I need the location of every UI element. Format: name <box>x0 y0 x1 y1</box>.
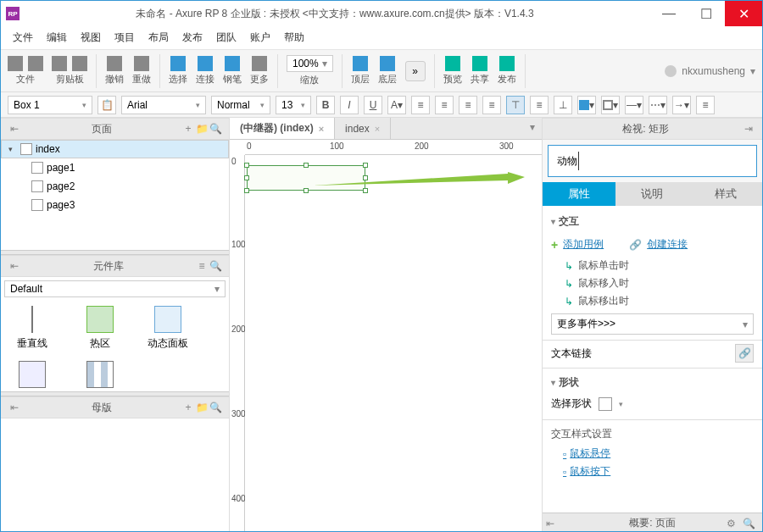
user-menu[interactable]: nkxumusheng ▾ <box>665 65 755 77</box>
create-link-link[interactable]: 🔗创建连接 <box>629 236 688 253</box>
textlink-button[interactable]: 🔗 <box>735 344 754 363</box>
canvas[interactable] <box>245 155 542 532</box>
lib-repeater[interactable]: 中继器 <box>79 361 121 391</box>
valign-bot-button[interactable]: ⊥ <box>554 96 572 114</box>
tree-child[interactable]: page2 <box>1 177 229 196</box>
tool-select[interactable]: 选择 <box>169 56 187 86</box>
tool-bottom[interactable]: 底层 <box>378 56 397 86</box>
menu-account[interactable]: 账户 <box>245 29 276 47</box>
tool-more[interactable]: 更多 <box>250 56 269 86</box>
toolgroup-clipboard[interactable]: 剪贴板 <box>52 56 87 86</box>
tool-undo[interactable]: 撤销 <box>105 56 124 86</box>
add-page-icon[interactable]: + <box>181 122 195 136</box>
menu-help[interactable]: 帮助 <box>279 29 309 47</box>
menu-icon[interactable]: ≡ <box>195 259 209 273</box>
add-master-icon[interactable]: + <box>181 401 195 414</box>
page-icon: ▫ <box>563 466 566 478</box>
text-color-button[interactable]: A▾ <box>387 96 406 114</box>
tab-index[interactable]: index× <box>335 118 391 139</box>
bullets-button[interactable]: ≡ <box>411 96 430 114</box>
tree-root[interactable]: ▾index <box>1 140 229 158</box>
arrow-button[interactable]: →▾ <box>672 96 691 114</box>
clip-label: 剪贴板 <box>56 73 84 86</box>
tool-zoom[interactable]: 100%▾ 缩放 <box>287 55 333 86</box>
tree-child[interactable]: page3 <box>1 196 229 214</box>
lib-hotspot[interactable]: 热区 <box>79 306 121 351</box>
font-weight-select[interactable]: Normal▾ <box>211 96 270 114</box>
tool-top[interactable]: 顶层 <box>351 56 370 86</box>
lib-iframe[interactable]: 内联框架 <box>11 361 53 391</box>
search-icon[interactable]: 🔍 <box>209 122 222 136</box>
collapse-icon[interactable]: ⇤ <box>8 259 21 273</box>
close-button[interactable]: ✕ <box>725 1 762 26</box>
underline-button[interactable]: U <box>364 96 382 114</box>
fill-color-button[interactable]: ▾ <box>577 96 596 114</box>
collapse-icon[interactable]: ⇥ <box>742 122 755 136</box>
tool-share[interactable]: 共享 <box>471 56 489 86</box>
lib-vline[interactable]: 垂直线 <box>11 306 53 351</box>
tab-style[interactable]: 样式 <box>689 182 762 206</box>
library-select[interactable]: Default▾ <box>4 280 226 297</box>
event-mouseenter[interactable]: ↳鼠标移入时 <box>551 274 754 292</box>
select-shape[interactable]: 选择形状▾ <box>551 393 754 414</box>
add-folder-icon[interactable]: 📁 <box>195 401 209 414</box>
more-events-select[interactable]: 更多事件>>>▾ <box>551 313 754 335</box>
align-right-button[interactable]: ≡ <box>482 96 501 114</box>
search-icon[interactable]: 🔍 <box>209 401 222 414</box>
search-icon[interactable]: 🔍 <box>209 259 222 273</box>
add-folder-icon[interactable]: 📁 <box>195 122 209 136</box>
overflow-button[interactable]: » <box>405 61 426 81</box>
font-size-select[interactable]: 13▾ <box>276 96 311 114</box>
align-left-button[interactable]: ≡ <box>435 96 454 114</box>
valign-mid-button[interactable]: ≡ <box>530 96 549 114</box>
menu-project[interactable]: 项目 <box>109 29 140 47</box>
section-interactions[interactable]: ▾交互 <box>551 211 754 232</box>
line-color-button[interactable]: ▾ <box>601 96 620 114</box>
widget-style-select[interactable]: Box 1▾ <box>8 96 92 114</box>
tab-notes[interactable]: 说明 <box>615 182 688 206</box>
tool-pen[interactable]: 钢笔 <box>223 56 242 86</box>
maximize-button[interactable]: ☐ <box>688 1 725 26</box>
close-icon[interactable]: × <box>375 124 380 134</box>
tab-repeater-index[interactable]: (中继器) (index)× <box>230 118 335 139</box>
more-style-button[interactable]: ≡ <box>696 96 715 114</box>
toolgroup-file[interactable]: 文件 <box>8 56 43 86</box>
menu-edit[interactable]: 编辑 <box>42 29 72 47</box>
copy-style-button[interactable]: 📋 <box>97 96 116 114</box>
tab-properties[interactable]: 属性 <box>543 182 615 206</box>
event-onclick[interactable]: ↳鼠标单击时 <box>551 257 754 274</box>
menu-team[interactable]: 团队 <box>211 29 242 47</box>
bold-button[interactable]: B <box>316 96 335 114</box>
close-icon[interactable]: × <box>319 124 324 134</box>
collapse-icon[interactable]: ⇤ <box>543 517 557 530</box>
lib-dynamic-panel[interactable]: 动态面板 <box>147 306 189 351</box>
menu-view[interactable]: 视图 <box>75 29 106 47</box>
tool-redo[interactable]: 重做 <box>132 56 151 86</box>
tool-preview[interactable]: 预览 <box>443 56 462 86</box>
menu-publish[interactable]: 发布 <box>177 29 208 47</box>
minimize-button[interactable]: — <box>650 1 688 26</box>
line-width-button[interactable]: —▾ <box>625 96 643 114</box>
valign-top-button[interactable]: ⊤ <box>506 96 525 114</box>
collapse-icon[interactable]: ⇤ <box>8 122 21 136</box>
filter-icon[interactable]: ⚙ <box>727 518 736 529</box>
collapse-icon[interactable]: ⇤ <box>8 401 21 414</box>
section-shape[interactable]: ▾形状 <box>551 372 754 393</box>
tabs-menu-button[interactable]: ▾ <box>523 118 542 139</box>
mousedown-style-link[interactable]: ▫鼠标按下 <box>551 463 754 480</box>
widget-name-input[interactable]: 动物 <box>548 145 757 177</box>
search-icon[interactable]: 🔍 <box>743 518 755 529</box>
separator <box>342 54 343 88</box>
font-select[interactable]: Arial▾ <box>121 96 206 114</box>
menu-layout[interactable]: 布局 <box>143 29 174 47</box>
tool-publish[interactable]: 发布 <box>498 56 516 86</box>
event-mouseleave[interactable]: ↳鼠标移出时 <box>551 292 754 310</box>
tool-connect[interactable]: 连接 <box>196 56 214 86</box>
line-style-button[interactable]: ⋯▾ <box>649 96 667 114</box>
tree-child[interactable]: page1 <box>1 158 229 177</box>
add-case-link[interactable]: +添加用例 <box>551 236 604 253</box>
italic-button[interactable]: I <box>340 96 359 114</box>
hover-style-link[interactable]: ▫鼠标悬停 <box>551 445 754 463</box>
align-center-button[interactable]: ≡ <box>459 96 477 114</box>
menu-file[interactable]: 文件 <box>8 29 38 47</box>
